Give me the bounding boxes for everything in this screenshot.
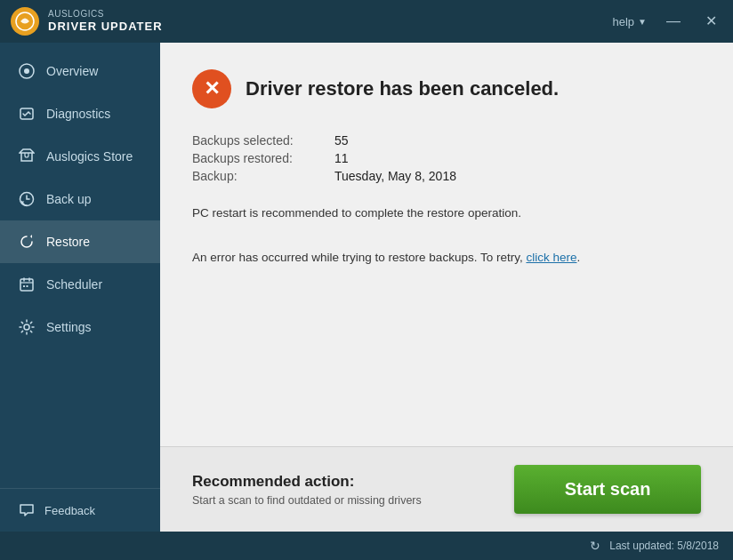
refresh-icon: ↻: [588, 539, 602, 553]
sidebar-item-overview-label: Overview: [46, 64, 98, 78]
backup-icon: [18, 190, 36, 208]
info-row-backup-date: Backup: Tuesday, May 8, 2018: [192, 169, 701, 183]
error-icon: ✕: [192, 69, 231, 108]
backups-restored-label: Backups restored:: [192, 151, 334, 165]
restart-notice: PC restart is recommended to complete th…: [192, 204, 701, 222]
minimize-button[interactable]: —: [661, 12, 686, 30]
svg-point-8: [24, 324, 29, 330]
diagnostics-icon: [18, 105, 36, 123]
feedback-label: Feedback: [44, 504, 95, 517]
svg-rect-5: [20, 279, 33, 291]
info-row-backups-restored: Backups restored: 11: [192, 151, 701, 165]
main-layout: Overview Diagnostics: [0, 43, 733, 532]
sidebar-item-overview[interactable]: Overview: [0, 50, 160, 92]
sidebar-nav: Overview Diagnostics: [0, 43, 160, 488]
error-notice-text: An error has occurred while trying to re…: [192, 251, 523, 264]
recommended-section: Recommended action: Start a scan to find…: [192, 473, 422, 507]
settings-icon: [18, 318, 36, 336]
svg-point-2: [24, 68, 29, 74]
app-title-block: Auslogics DRIVER UPDATER: [48, 9, 163, 34]
info-row-backups-selected: Backups selected: 55: [192, 133, 701, 148]
sidebar-item-store-label: Auslogics Store: [46, 149, 133, 164]
sidebar-item-scheduler-label: Scheduler: [46, 277, 102, 292]
close-button[interactable]: ✕: [700, 12, 722, 30]
sidebar-item-diagnostics-label: Diagnostics: [46, 107, 110, 121]
store-icon: [18, 148, 36, 165]
content-main: ✕ Driver restore has been canceled. Back…: [160, 43, 733, 446]
title-bar: Auslogics DRIVER UPDATER help ▼ — ✕: [0, 0, 733, 43]
recommended-label: Recommended action:: [192, 473, 422, 491]
backups-selected-value: 55: [334, 133, 349, 148]
backup-date-value: Tuesday, May 8, 2018: [334, 169, 456, 183]
info-table: Backups selected: 55 Backups restored: 1…: [192, 133, 701, 183]
app-logo: [11, 7, 39, 36]
sidebar-item-backup[interactable]: Back up: [0, 178, 160, 220]
backup-date-label: Backup:: [192, 169, 334, 183]
sidebar-item-diagnostics[interactable]: Diagnostics: [0, 92, 160, 135]
recommended-sub: Start a scan to find outdated or missing…: [192, 494, 422, 507]
sidebar-item-settings[interactable]: Settings: [0, 306, 160, 348]
svg-rect-6: [23, 285, 25, 287]
status-bar-content: ↻ Last updated: 5/8/2018: [588, 539, 719, 553]
app-branding: Auslogics DRIVER UPDATER: [11, 7, 163, 36]
last-updated-text: Last updated: 5/8/2018: [609, 540, 719, 552]
sidebar-item-backup-label: Back up: [46, 192, 92, 206]
status-bar: ↻ Last updated: 5/8/2018: [0, 532, 733, 560]
content-area: ✕ Driver restore has been canceled. Back…: [160, 43, 733, 532]
retry-link[interactable]: click here: [526, 251, 576, 264]
overview-icon: [18, 62, 36, 80]
error-notice: An error has occurred while trying to re…: [192, 249, 701, 267]
sidebar-item-restore-label: Restore: [46, 235, 90, 249]
app-name-bottom: DRIVER UPDATER: [48, 20, 163, 34]
sidebar-footer: Feedback: [0, 488, 160, 532]
title-bar-controls: help ▼ — ✕: [613, 12, 722, 30]
sidebar-item-settings-label: Settings: [46, 320, 92, 334]
app-name-top: Auslogics: [48, 9, 163, 20]
retry-period: .: [576, 251, 580, 264]
scheduler-icon: [18, 276, 36, 293]
backups-selected-label: Backups selected:: [192, 133, 334, 148]
action-bar: Recommended action: Start a scan to find…: [160, 446, 733, 532]
status-header: ✕ Driver restore has been canceled.: [192, 69, 701, 108]
sidebar-item-scheduler[interactable]: Scheduler: [0, 263, 160, 306]
sidebar-item-auslogics-store[interactable]: Auslogics Store: [0, 135, 160, 178]
error-x-mark: ✕: [204, 79, 220, 99]
help-button[interactable]: help ▼: [613, 15, 647, 28]
sidebar-item-restore[interactable]: Restore: [0, 220, 160, 263]
status-title: Driver restore has been canceled.: [246, 77, 559, 100]
restore-icon: [18, 233, 36, 251]
feedback-button[interactable]: Feedback: [18, 501, 142, 519]
backups-restored-value: 11: [334, 151, 349, 165]
feedback-icon: [18, 501, 36, 519]
help-chevron-icon: ▼: [638, 17, 647, 27]
start-scan-button[interactable]: Start scan: [514, 465, 701, 514]
svg-rect-7: [27, 285, 28, 287]
sidebar: Overview Diagnostics: [0, 43, 160, 532]
